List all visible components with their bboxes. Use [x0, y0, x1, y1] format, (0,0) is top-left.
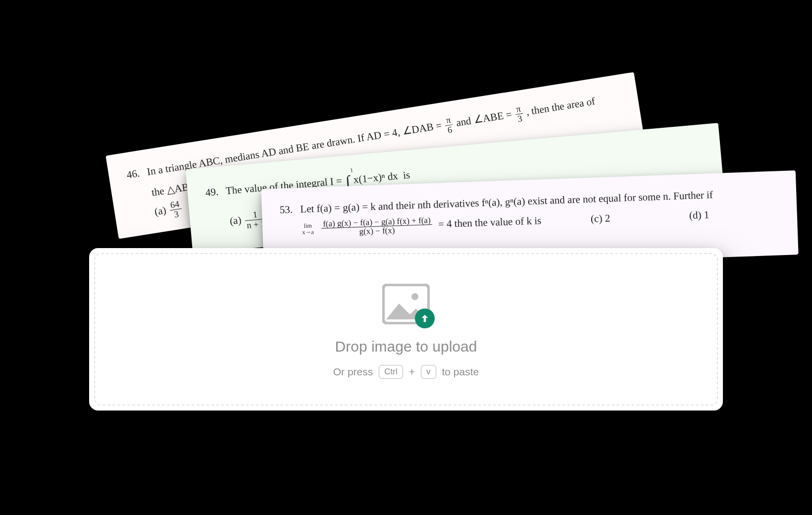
answer-option: (c) 2 — [591, 210, 610, 227]
answer-option: (d) 1 — [689, 207, 710, 223]
question-number: 46. — [126, 166, 141, 183]
svg-point-1 — [411, 293, 418, 300]
dropzone-hint: Or press Ctrl + v to paste — [333, 365, 479, 379]
key-v: v — [421, 365, 436, 379]
sample-cards-stack: 46. In a triangle ABC, medians AD and BE… — [89, 104, 723, 248]
limit-symbol: limx→a — [302, 222, 314, 235]
hint-prefix: Or press — [333, 366, 373, 378]
hint-suffix: to paste — [442, 366, 479, 378]
plus-separator: + — [409, 366, 415, 378]
fraction: π6 — [444, 115, 455, 135]
key-ctrl: Ctrl — [379, 365, 403, 379]
upload-widget: 46. In a triangle ABC, medians AD and BE… — [89, 104, 723, 411]
image-upload-icon — [382, 284, 430, 324]
question-number: 53. — [279, 202, 293, 218]
fraction: π3 — [514, 104, 524, 124]
upload-arrow-icon — [415, 309, 435, 328]
fraction: f(a) g(x) − f(a) − g(a) f(x) + f(a)g(x) … — [321, 215, 433, 237]
question-number: 49. — [205, 184, 219, 201]
dropzone-inner[interactable]: Drop image to upload Or press Ctrl + v t… — [94, 253, 718, 406]
dropzone[interactable]: Drop image to upload Or press Ctrl + v t… — [89, 248, 723, 411]
fraction: 643 — [168, 199, 183, 220]
dropzone-title: Drop image to upload — [335, 338, 477, 355]
